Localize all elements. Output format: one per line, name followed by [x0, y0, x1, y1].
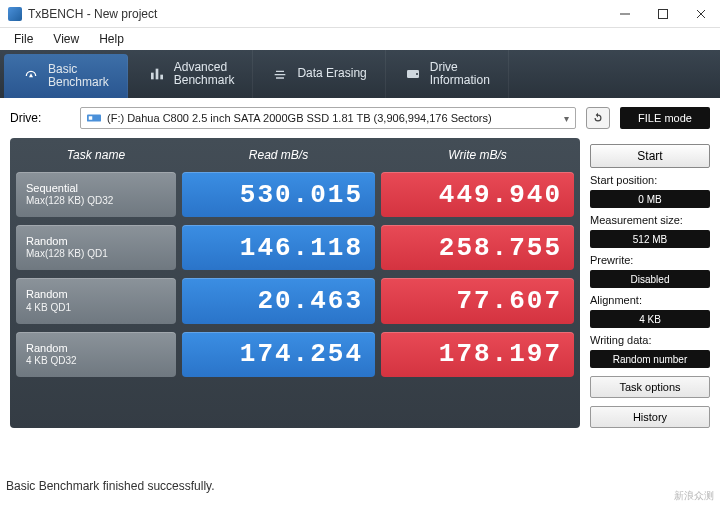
writing-data-label: Writing data:	[590, 334, 710, 346]
close-button[interactable]	[682, 1, 720, 27]
prewrite-label: Prewrite:	[590, 254, 710, 266]
drive-bar: Drive: (F:) Dahua C800 2.5 inch SATA 200…	[0, 98, 720, 138]
tab-drive-information[interactable]: Drive Information	[386, 50, 509, 98]
svg-rect-10	[89, 116, 93, 120]
alignment-value[interactable]: 4 KB	[590, 310, 710, 328]
tab-label: Advanced Benchmark	[174, 61, 235, 87]
tab-advanced-benchmark[interactable]: Advanced Benchmark	[130, 50, 254, 98]
write-value: 77.607	[381, 278, 574, 323]
menu-view[interactable]: View	[45, 30, 87, 48]
start-position-value[interactable]: 0 MB	[590, 190, 710, 208]
tab-label: Basic Benchmark	[48, 63, 109, 89]
task-options-button[interactable]: Task options	[590, 376, 710, 398]
table-row: RandomMax(128 KB) QD1 146.118 258.755	[16, 225, 574, 270]
write-value: 258.755	[381, 225, 574, 270]
refresh-button[interactable]	[586, 107, 610, 129]
tab-label: Data Erasing	[297, 67, 366, 80]
disk-icon	[87, 112, 101, 124]
maximize-button[interactable]	[644, 1, 682, 27]
prewrite-value[interactable]: Disabled	[590, 270, 710, 288]
watermark: 新浪众测	[674, 490, 714, 501]
menu-file[interactable]: File	[6, 30, 41, 48]
read-value: 20.463	[182, 278, 375, 323]
drive-select[interactable]: (F:) Dahua C800 2.5 inch SATA 2000GB SSD…	[80, 107, 576, 129]
header-read: Read mB/s	[182, 144, 375, 166]
drive-icon	[404, 65, 422, 83]
measurement-size-value[interactable]: 512 MB	[590, 230, 710, 248]
table-row: Random4 KB QD1 20.463 77.607	[16, 278, 574, 323]
history-button[interactable]: History	[590, 406, 710, 428]
erase-icon	[271, 65, 289, 83]
status-text: Basic Benchmark finished successfully.	[6, 479, 215, 493]
svg-rect-0	[620, 13, 630, 14]
chevron-down-icon: ▾	[564, 113, 569, 124]
menu-help[interactable]: Help	[91, 30, 132, 48]
svg-rect-4	[151, 73, 154, 80]
write-value: 178.197	[381, 332, 574, 377]
alignment-label: Alignment:	[590, 294, 710, 306]
window-title: TxBENCH - New project	[28, 7, 606, 21]
bars-icon	[148, 65, 166, 83]
svg-rect-6	[160, 75, 163, 80]
refresh-icon	[591, 111, 605, 125]
svg-rect-5	[155, 69, 158, 80]
svg-point-8	[416, 73, 418, 75]
header-write: Write mB/s	[381, 144, 574, 166]
table-row: Random4 KB QD32 174.254 178.197	[16, 332, 574, 377]
tab-bar: Basic Benchmark Advanced Benchmark Data …	[0, 50, 720, 98]
side-panel: Start Start position: 0 MB Measurement s…	[590, 138, 710, 428]
task-cell[interactable]: RandomMax(128 KB) QD1	[16, 225, 176, 270]
header-task: Task name	[16, 144, 176, 166]
read-value: 174.254	[182, 332, 375, 377]
read-value: 530.015	[182, 172, 375, 217]
measurement-size-label: Measurement size:	[590, 214, 710, 226]
start-position-label: Start position:	[590, 174, 710, 186]
tab-data-erasing[interactable]: Data Erasing	[253, 50, 385, 98]
table-row: SequentialMax(128 KB) QD32 530.015 449.9…	[16, 172, 574, 217]
file-mode-button[interactable]: FILE mode	[620, 107, 710, 129]
benchmark-panel: Task name Read mB/s Write mB/s Sequentia…	[10, 138, 580, 428]
drive-label: Drive:	[10, 111, 70, 125]
gauge-icon	[22, 67, 40, 85]
task-cell[interactable]: Random4 KB QD32	[16, 332, 176, 377]
tab-label: Drive Information	[430, 61, 490, 87]
menubar: File View Help	[0, 28, 720, 50]
task-cell[interactable]: Random4 KB QD1	[16, 278, 176, 323]
app-icon	[8, 7, 22, 21]
tab-basic-benchmark[interactable]: Basic Benchmark	[4, 54, 128, 98]
task-cell[interactable]: SequentialMax(128 KB) QD32	[16, 172, 176, 217]
write-value: 449.940	[381, 172, 574, 217]
read-value: 146.118	[182, 225, 375, 270]
start-button[interactable]: Start	[590, 144, 710, 168]
drive-selected-text: (F:) Dahua C800 2.5 inch SATA 2000GB SSD…	[107, 112, 492, 124]
titlebar: TxBENCH - New project	[0, 0, 720, 28]
minimize-button[interactable]	[606, 1, 644, 27]
svg-rect-1	[659, 9, 668, 18]
writing-data-value[interactable]: Random number	[590, 350, 710, 368]
